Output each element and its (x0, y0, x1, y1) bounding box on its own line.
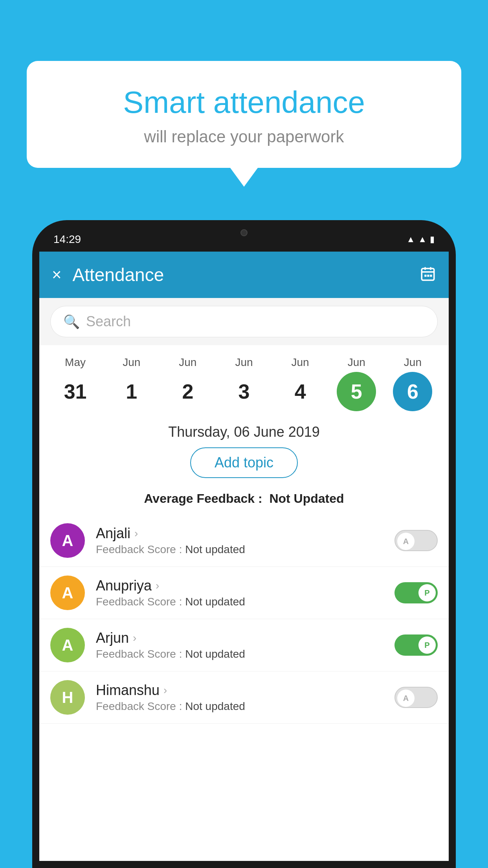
wifi-icon: ▲ (406, 234, 415, 245)
cal-date-number[interactable]: 1 (112, 372, 151, 411)
status-icons: ▲ ▲ ▮ (406, 234, 435, 245)
avg-feedback-value: Not Updated (269, 491, 344, 506)
feedback-value: Not updated (185, 648, 245, 660)
cal-month-label: Jun (404, 356, 422, 369)
phone-status-bar: 14:29 ▲ ▲ ▮ (39, 227, 449, 252)
calendar-day[interactable]: Jun5 (328, 356, 385, 411)
cal-month-label: Jun (179, 356, 196, 369)
student-feedback: Feedback Score : Not updated (96, 648, 394, 660)
cal-date-number[interactable]: 3 (224, 372, 264, 411)
cal-date-number[interactable]: 5 (337, 372, 376, 411)
chevron-right-icon: › (163, 684, 167, 697)
student-name: Anupriya › (96, 577, 394, 594)
battery-icon: ▮ (430, 234, 435, 245)
attendance-toggle[interactable]: A (394, 530, 438, 551)
student-info: Himanshu ›Feedback Score : Not updated (96, 682, 394, 713)
cal-date-number[interactable]: 6 (393, 372, 432, 411)
student-row[interactable]: AArjun ›Feedback Score : Not updatedP (39, 619, 449, 671)
svg-rect-4 (424, 275, 426, 277)
chevron-right-icon: › (156, 579, 159, 592)
search-bar[interactable]: 🔍 Search (50, 306, 438, 337)
phone-time: 14:29 (53, 233, 81, 246)
cal-date-number[interactable]: 2 (168, 372, 207, 411)
calendar-icon[interactable] (420, 266, 436, 284)
chevron-right-icon: › (133, 632, 136, 644)
student-row[interactable]: AAnupriya ›Feedback Score : Not updatedP (39, 567, 449, 619)
svg-rect-6 (430, 275, 432, 277)
phone-frame: 14:29 ▲ ▲ ▮ × Attendance (32, 220, 456, 868)
signal-icon: ▲ (418, 234, 427, 245)
chevron-right-icon: › (134, 527, 138, 540)
add-topic-button[interactable]: Add topic (190, 447, 298, 478)
app-bar: × Attendance (39, 252, 449, 298)
front-camera (240, 229, 248, 236)
calendar-day[interactable]: Jun3 (216, 356, 272, 411)
cal-month-label: Jun (348, 356, 365, 369)
student-feedback: Feedback Score : Not updated (96, 543, 394, 556)
calendar-day[interactable]: Jun1 (103, 356, 160, 411)
cal-date-number[interactable]: 4 (281, 372, 320, 411)
toggle-knob: P (418, 636, 436, 654)
cal-month-label: Jun (123, 356, 140, 369)
toggle-knob: P (418, 584, 436, 601)
toggle-knob: A (397, 533, 415, 550)
student-info: Anupriya ›Feedback Score : Not updated (96, 577, 394, 608)
student-feedback: Feedback Score : Not updated (96, 700, 394, 713)
feedback-value: Not updated (185, 596, 245, 608)
search-icon: 🔍 (63, 314, 80, 329)
student-info: Anjali ›Feedback Score : Not updated (96, 525, 394, 556)
cal-month-label: May (65, 356, 86, 369)
avatar: A (50, 576, 85, 610)
cal-date-number[interactable]: 31 (56, 372, 95, 411)
avatar: A (50, 628, 85, 662)
calendar-day[interactable]: May31 (47, 356, 103, 411)
avatar: H (50, 680, 85, 715)
cal-month-label: Jun (292, 356, 309, 369)
attendance-toggle[interactable]: P (394, 582, 438, 603)
speech-bubble-title: Smart attendance (46, 85, 442, 120)
search-container: 🔍 Search (39, 298, 449, 345)
student-info: Arjun ›Feedback Score : Not updated (96, 630, 394, 660)
add-topic-container: Add topic (39, 447, 449, 487)
attendance-toggle[interactable]: P (394, 634, 438, 656)
student-list: AAnjali ›Feedback Score : Not updatedAAA… (39, 515, 449, 724)
calendar-day[interactable]: Jun2 (160, 356, 216, 411)
close-button[interactable]: × (52, 265, 62, 284)
student-feedback: Feedback Score : Not updated (96, 596, 394, 608)
selected-date-label: Thursday, 06 June 2019 (39, 415, 449, 447)
student-name: Himanshu › (96, 682, 394, 699)
svg-rect-5 (427, 275, 429, 277)
app-bar-title: Attendance (73, 264, 420, 285)
svg-rect-0 (422, 268, 434, 280)
phone-screen: × Attendance 🔍 Search (39, 252, 449, 861)
toggle-knob: A (397, 690, 415, 707)
calendar-day[interactable]: Jun4 (272, 356, 328, 411)
student-name: Arjun › (96, 630, 394, 646)
feedback-value: Not updated (185, 700, 245, 712)
average-feedback: Average Feedback : Not Updated (39, 487, 449, 515)
student-row[interactable]: HHimanshu ›Feedback Score : Not updatedA (39, 671, 449, 724)
student-name: Anjali › (96, 525, 394, 542)
feedback-value: Not updated (185, 543, 245, 555)
avg-feedback-label: Average Feedback : (144, 491, 262, 506)
avatar: A (50, 523, 85, 558)
search-placeholder: Search (86, 313, 131, 330)
calendar-strip: May31Jun1Jun2Jun3Jun4Jun5Jun6 (39, 345, 449, 415)
speech-bubble-subtitle: will replace your paperwork (46, 127, 442, 146)
attendance-toggle[interactable]: A (394, 687, 438, 708)
speech-bubble: Smart attendance will replace your paper… (27, 61, 461, 168)
calendar-day[interactable]: Jun6 (385, 356, 441, 411)
cal-month-label: Jun (235, 356, 253, 369)
phone-notch (226, 227, 262, 238)
student-row[interactable]: AAnjali ›Feedback Score : Not updatedA (39, 515, 449, 567)
